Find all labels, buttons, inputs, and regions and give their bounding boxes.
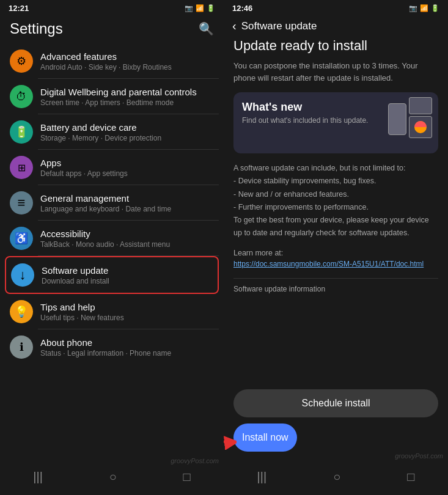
- left-status-time: 12:21: [9, 4, 29, 13]
- software-update-text: Software update Download and install: [42, 265, 213, 285]
- settings-item-software-update[interactable]: ↓ Software update Download and install: [5, 256, 219, 294]
- settings-item-tips[interactable]: 💡 Tips and help Useful tips · New featur…: [5, 294, 219, 329]
- tips-subtitle: Useful tips · New features: [40, 314, 214, 322]
- left-watermark: groovyPost.com: [171, 457, 219, 464]
- about-phone-title: About phone: [40, 337, 214, 348]
- right-status-icons: 📷 📶 🔋: [409, 4, 439, 12]
- apps-subtitle: Default apps · App settings: [40, 169, 214, 178]
- digital-wellbeing-title: Digital Wellbeing and parental controls: [40, 87, 214, 97]
- update-description: You can postpone the installation up to …: [233, 60, 438, 84]
- left-status-icons: 📷 📶 🔋: [185, 4, 215, 12]
- settings-item-general-management[interactable]: ≡ General management Language and keyboa…: [5, 185, 219, 221]
- update-note-3: - Further improvements to performance.: [233, 203, 369, 211]
- battery-care-icon: 🔋: [10, 120, 33, 144]
- advanced-features-icon: ⚙: [10, 50, 33, 73]
- right-panel: 12:46 📷 📶 🔋 ‹ Software update Update rea…: [224, 0, 448, 495]
- about-phone-text: About phone Status · Legal information ·…: [40, 337, 214, 358]
- accessibility-subtitle: TalkBack · Mono audio · Assistant menu: [40, 240, 214, 249]
- settings-item-advanced-features[interactable]: ⚙ Advanced features Android Auto · Side …: [5, 43, 219, 79]
- left-header: Settings 🔍: [0, 15, 224, 43]
- accessibility-text: Accessibility TalkBack · Mono audio · As…: [40, 229, 214, 249]
- about-phone-icon: ℹ: [10, 336, 33, 359]
- right-status-bar: 12:46 📷 📶 🔋: [224, 0, 448, 15]
- software-update-subtitle: Download and install: [42, 277, 213, 285]
- accessibility-icon: ♿: [10, 227, 33, 250]
- right-recents-nav-button[interactable]: □: [395, 468, 427, 486]
- right-wifi-icon: 📶: [420, 4, 428, 12]
- about-phone-subtitle: Status · Legal information · Phone name: [40, 349, 214, 358]
- apps-icon: ⊞: [10, 156, 33, 179]
- digital-wellbeing-text: Digital Wellbeing and parental controls …: [40, 87, 214, 107]
- camera-icon: 📷: [185, 4, 193, 12]
- update-note-2: - New and / or enhanced features.: [233, 190, 349, 199]
- settings-item-accessibility[interactable]: ♿ Accessibility TalkBack · Mono audio · …: [5, 221, 219, 256]
- right-back-nav-button[interactable]: |||: [245, 468, 279, 486]
- battery-care-title: Battery and device care: [40, 122, 214, 133]
- left-status-bar: 12:21 📷 📶 🔋: [0, 0, 224, 15]
- general-management-title: General management: [40, 193, 214, 204]
- right-content: Update ready to install You can postpone…: [224, 38, 448, 383]
- right-battery-icon: 🔋: [431, 4, 439, 12]
- tips-text: Tips and help Useful tips · New features: [40, 302, 214, 322]
- right-header-title: Software update: [241, 20, 317, 32]
- right-home-nav-button[interactable]: ○: [321, 468, 353, 486]
- right-header: ‹ Software update: [224, 15, 448, 38]
- install-now-button[interactable]: Install now: [233, 424, 297, 452]
- update-notes-intro: A software update can include, but is no…: [233, 164, 405, 172]
- learn-more-label: Learn more at:: [233, 249, 438, 257]
- right-watermark: groovyPost.com: [395, 452, 443, 460]
- red-arrow-icon: [224, 425, 237, 450]
- phone-mockup: [388, 97, 432, 138]
- tips-icon: 💡: [10, 300, 33, 323]
- recents-nav-button[interactable]: □: [171, 468, 203, 486]
- phone-shape-small: [388, 103, 406, 135]
- update-title: Update ready to install: [233, 38, 438, 54]
- battery-care-text: Battery and device care Storage · Memory…: [40, 122, 214, 142]
- update-note-4: To get the best from your device, please…: [233, 216, 429, 237]
- settings-item-digital-wellbeing[interactable]: ⏱ Digital Wellbeing and parental control…: [5, 79, 219, 114]
- advanced-features-text: Advanced features Android Auto · Side ke…: [40, 51, 214, 72]
- general-management-icon: ≡: [10, 191, 33, 215]
- apps-title: Apps: [40, 158, 214, 168]
- update-link[interactable]: https://doc.samsungmobile.com/SM-A515U1/…: [233, 260, 438, 268]
- right-status-time: 12:46: [232, 4, 252, 13]
- tips-title: Tips and help: [40, 302, 214, 312]
- whats-new-card: What's new Find out what's included in t…: [233, 92, 438, 153]
- phone-shape-main: [409, 97, 432, 138]
- left-panel: 12:21 📷 📶 🔋 Settings 🔍 ⚙ Advanced featur…: [0, 0, 224, 495]
- right-bottom-nav: ||| ○ □: [224, 461, 448, 495]
- back-button[interactable]: ‹: [232, 19, 237, 33]
- general-management-text: General management Language and keyboard…: [40, 193, 214, 213]
- home-nav-button[interactable]: ○: [97, 468, 129, 486]
- digital-wellbeing-subtitle: Screen time · App timers · Bedtime mode: [40, 98, 214, 107]
- settings-item-about-phone[interactable]: ℹ About phone Status · Legal information…: [5, 329, 219, 365]
- wifi-icon: 📶: [196, 4, 204, 12]
- update-notes: A software update can include, but is no…: [233, 162, 438, 240]
- general-management-subtitle: Language and keyboard · Date and time: [40, 205, 214, 213]
- settings-list: ⚙ Advanced features Android Auto · Side …: [0, 43, 224, 461]
- settings-title: Settings: [10, 20, 63, 37]
- left-bottom-nav: ||| ○ □: [0, 461, 224, 495]
- digital-wellbeing-icon: ⏱: [10, 85, 33, 108]
- action-buttons: Schedule install Install now: [224, 383, 448, 461]
- software-update-title: Software update: [42, 265, 213, 276]
- settings-item-apps[interactable]: ⊞ Apps Default apps · App settings: [5, 150, 219, 185]
- search-icon[interactable]: 🔍: [199, 21, 214, 36]
- schedule-install-button[interactable]: Schedule install: [233, 389, 438, 417]
- battery-care-subtitle: Storage · Memory · Device protection: [40, 134, 214, 142]
- update-note-1: - Device stability improvements, bug fix…: [233, 177, 376, 185]
- apps-text: Apps Default apps · App settings: [40, 158, 214, 178]
- back-nav-button[interactable]: |||: [21, 468, 55, 486]
- accessibility-title: Accessibility: [40, 229, 214, 239]
- update-info-label: Software update information: [233, 278, 438, 293]
- right-camera-icon: 📷: [409, 4, 417, 12]
- advanced-features-subtitle: Android Auto · Side key · Bixby Routines: [40, 63, 214, 72]
- battery-icon: 🔋: [207, 4, 215, 12]
- software-update-icon: ↓: [11, 263, 34, 287]
- install-btn-wrapper: Install now: [233, 424, 438, 452]
- settings-item-battery[interactable]: 🔋 Battery and device care Storage · Memo…: [5, 114, 219, 150]
- advanced-features-title: Advanced features: [40, 51, 214, 62]
